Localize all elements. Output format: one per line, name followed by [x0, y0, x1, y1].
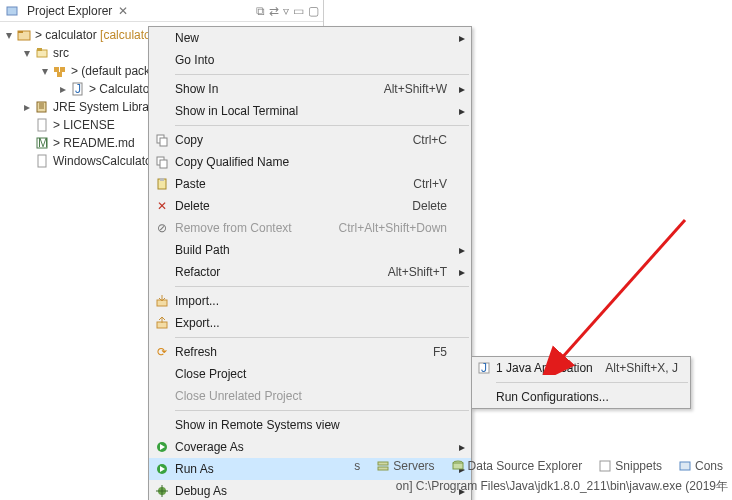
debug-icon — [149, 484, 175, 498]
submenu-item-java-application[interactable]: J 1 Java Application Alt+Shift+X, J — [472, 357, 690, 379]
svg-rect-21 — [160, 160, 167, 168]
view-menu-icon[interactable]: ▿ — [283, 4, 289, 18]
close-icon[interactable]: ✕ — [118, 4, 128, 18]
link-editor-icon[interactable]: ⇄ — [269, 4, 279, 18]
svg-line-39 — [560, 220, 685, 360]
menu-item-paste[interactable]: PasteCtrl+V — [149, 173, 471, 195]
project-explorer-header: Project Explorer ✕ ⧉ ⇄ ▿ ▭ ▢ — [0, 0, 323, 22]
svg-rect-0 — [7, 7, 17, 15]
submenu-arrow-icon: ▸ — [453, 104, 465, 118]
project-explorer-icon — [4, 3, 20, 19]
menu-item-coverage-as[interactable]: Coverage As▸ — [149, 436, 471, 458]
java-app-icon: J — [472, 361, 496, 375]
menu-item-refactor[interactable]: RefactorAlt+Shift+T▸ — [149, 261, 471, 283]
header-toolbar: ⧉ ⇄ ▿ ▭ ▢ — [256, 4, 319, 18]
menu-item-export[interactable]: Export... — [149, 312, 471, 334]
import-icon — [149, 294, 175, 308]
package-label: > (default packa — [71, 64, 157, 78]
menu-item-go-into[interactable]: Go Into — [149, 49, 471, 71]
submenu-arrow-icon: ▸ — [453, 265, 465, 279]
readme-file-label: > README.md — [53, 136, 135, 150]
minimize-icon[interactable]: ▭ — [293, 4, 304, 18]
java-file-icon: J — [70, 81, 86, 97]
jre-library-icon — [34, 99, 50, 115]
submenu-arrow-icon: ▸ — [453, 82, 465, 96]
bottom-view-tabs: s Servers Data Source Explorer Snippets … — [345, 456, 732, 476]
file-icon — [34, 153, 50, 169]
submenu-arrow-icon: ▸ — [453, 440, 465, 454]
twisty-icon[interactable] — [2, 28, 16, 42]
export-icon — [149, 316, 175, 330]
svg-rect-33 — [378, 462, 388, 465]
svg-rect-5 — [54, 67, 59, 72]
svg-rect-34 — [378, 467, 388, 470]
submenu-arrow-icon: ▸ — [453, 31, 465, 45]
console-status-text: on] C:\Program Files\Java\jdk1.8.0_211\b… — [396, 478, 728, 495]
svg-text:M: M — [38, 136, 48, 150]
menu-separator — [175, 410, 469, 411]
menu-item-refresh[interactable]: ⟳RefreshF5 — [149, 341, 471, 363]
tab-snippets[interactable]: Snippets — [593, 456, 667, 476]
menu-separator — [175, 74, 469, 75]
menu-item-import[interactable]: Import... — [149, 290, 471, 312]
menu-item-close-project[interactable]: Close Project — [149, 363, 471, 385]
menu-separator — [175, 337, 469, 338]
svg-rect-3 — [37, 50, 47, 57]
menu-item-copy-qualified[interactable]: Copy Qualified Name — [149, 151, 471, 173]
collapse-all-icon[interactable]: ⧉ — [256, 4, 265, 18]
refresh-icon: ⟳ — [149, 345, 175, 359]
package-icon — [52, 63, 68, 79]
svg-rect-14 — [38, 119, 46, 131]
markdown-icon: M — [34, 135, 50, 151]
snippets-icon — [598, 459, 612, 473]
tab-data-source-explorer[interactable]: Data Source Explorer — [446, 456, 588, 476]
svg-rect-36 — [453, 463, 463, 469]
src-folder-label: src — [53, 46, 69, 60]
menu-separator — [175, 286, 469, 287]
submenu-item-run-configurations[interactable]: Run Configurations... — [472, 386, 690, 408]
svg-rect-23 — [160, 178, 164, 181]
src-folder-icon — [34, 45, 50, 61]
menu-item-copy[interactable]: CopyCtrl+C — [149, 129, 471, 151]
menu-item-new[interactable]: New▸ — [149, 27, 471, 49]
copy-icon — [149, 133, 175, 147]
svg-rect-38 — [680, 462, 690, 470]
twisty-icon[interactable] — [56, 82, 70, 96]
menu-item-close-unrelated: Close Unrelated Project — [149, 385, 471, 407]
maximize-icon[interactable]: ▢ — [308, 4, 319, 18]
tab-unknown[interactable]: s — [349, 456, 365, 476]
annotation-arrow-icon — [475, 215, 705, 375]
copy-qualified-icon — [149, 155, 175, 169]
svg-rect-19 — [160, 138, 167, 146]
twisty-icon[interactable] — [20, 46, 34, 60]
remove-context-icon: ⊘ — [149, 221, 175, 235]
svg-text:J: J — [481, 361, 487, 375]
svg-text:J: J — [75, 82, 81, 96]
jre-library-label: JRE System Libra — [53, 100, 149, 114]
database-icon — [451, 459, 465, 473]
svg-rect-4 — [37, 48, 42, 51]
menu-separator — [496, 382, 688, 383]
menu-separator — [175, 125, 469, 126]
tab-console[interactable]: Cons — [673, 456, 728, 476]
menu-item-remove-context: ⊘Remove from ContextCtrl+Alt+Shift+Down — [149, 217, 471, 239]
run-icon — [149, 462, 175, 476]
menu-item-show-remote[interactable]: Show in Remote Systems view — [149, 414, 471, 436]
wincalc-file-label: WindowsCalculato — [53, 154, 152, 168]
twisty-icon[interactable] — [20, 100, 34, 114]
project-explorer-title: Project Explorer — [27, 4, 112, 18]
file-icon — [34, 117, 50, 133]
svg-rect-6 — [60, 67, 65, 72]
servers-icon — [376, 459, 390, 473]
menu-item-delete[interactable]: ✕DeleteDelete — [149, 195, 471, 217]
menu-item-build-path[interactable]: Build Path▸ — [149, 239, 471, 261]
paste-icon — [149, 177, 175, 191]
menu-item-show-in[interactable]: Show InAlt+Shift+W▸ — [149, 78, 471, 100]
twisty-icon[interactable] — [38, 64, 52, 78]
svg-rect-37 — [600, 461, 610, 471]
console-icon — [678, 459, 692, 473]
submenu-arrow-icon: ▸ — [453, 243, 465, 257]
menu-item-show-local-terminal[interactable]: Show in Local Terminal▸ — [149, 100, 471, 122]
tab-servers[interactable]: Servers — [371, 456, 439, 476]
run-as-submenu: J 1 Java Application Alt+Shift+X, J Run … — [471, 356, 691, 409]
